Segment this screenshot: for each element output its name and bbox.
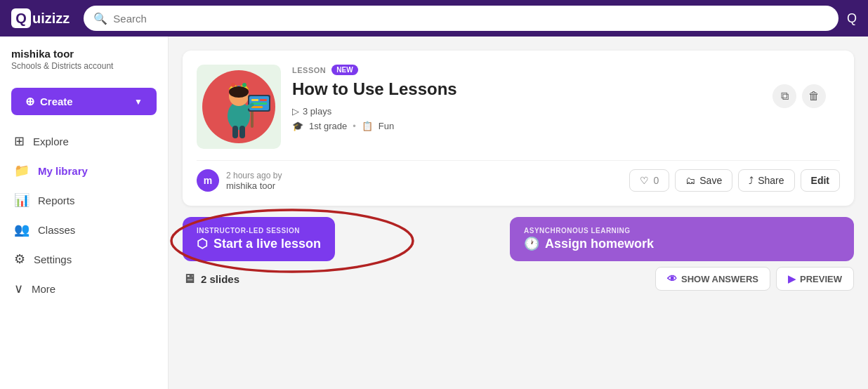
bottom-actions: 👁 SHOW ANSWERS ▶ PREVIEW — [655, 267, 854, 291]
card-actions: ⧉ 🗑 — [772, 84, 826, 108]
author-name: mishika toor — [226, 180, 282, 191]
like-count: 0 — [653, 175, 659, 186]
lesson-info: LESSON NEW How to Use Lessons ▷ 3 plays — [292, 65, 840, 149]
sidebar-item-reports[interactable]: 📊 Reports — [0, 185, 168, 215]
sidebar-item-classes-label: Classes — [38, 224, 75, 236]
svg-point-7 — [229, 86, 249, 98]
sidebar-item-more[interactable]: ∨ More — [0, 274, 168, 303]
slides-count: 2 slides — [201, 273, 239, 285]
lesson-card: LESSON NEW How to Use Lessons ▷ 3 plays — [183, 51, 854, 206]
live-lesson-button[interactable]: INSTRUCTOR-LED SESSION ⬡ Start a live le… — [183, 217, 335, 261]
lesson-footer: m 2 hours ago by mishika toor ♡ 0 🗂 — [197, 160, 840, 192]
sidebar-item-my-library[interactable]: 📁 My library — [0, 156, 168, 185]
share-label: Share — [758, 175, 784, 186]
save-icon: 🗂 — [685, 175, 695, 186]
reports-icon: 📊 — [14, 192, 29, 208]
content-area: LESSON NEW How to Use Lessons ▷ 3 plays — [169, 37, 868, 389]
assign-homework-label: 🕐 Assign homework — [524, 236, 654, 251]
grade-icon: 🎓 — [292, 121, 303, 131]
async-label: ASYNCHRONOUS LEARNING — [524, 227, 631, 235]
chevron-down-icon: ▼ — [134, 97, 143, 107]
lesson-illustration — [200, 68, 277, 145]
new-badge: NEW — [331, 65, 357, 75]
action-buttons: ♡ 0 🗂 Save ⤴ Share Edit — [629, 169, 840, 192]
lesson-grade-fun: 🎓 1st grade • 📋 Fun — [292, 121, 840, 131]
sidebar-item-more-label: More — [32, 283, 55, 295]
share-button[interactable]: ⤴ Share — [738, 169, 794, 192]
author-time: 2 hours ago by — [226, 171, 282, 180]
live-session-wrapper: INSTRUCTOR-LED SESSION ⬡ Start a live le… — [183, 217, 499, 261]
lesson-type-label: LESSON — [292, 66, 326, 74]
sidebar-item-settings-label: Settings — [34, 253, 72, 265]
sidebar-item-my-library-label: My library — [38, 165, 88, 177]
sidebar-item-settings[interactable]: ⚙ Settings — [0, 244, 168, 274]
svg-rect-16 — [232, 126, 238, 138]
fun-label: Fun — [379, 121, 394, 131]
logo-text: uizizz — [32, 11, 70, 27]
lesson-title: How to Use Lessons — [292, 79, 840, 99]
fun-icon: 📋 — [362, 121, 373, 131]
delete-button[interactable]: 🗑 — [802, 84, 826, 108]
create-button[interactable]: ⊕ Create ▼ — [11, 88, 157, 115]
live-session-label: INSTRUCTOR-LED SESSION — [197, 227, 300, 235]
grade-label: 1st grade — [309, 121, 347, 131]
svg-rect-12 — [260, 99, 267, 101]
share-icon: ⤴ — [749, 175, 754, 186]
lesson-meta-top: LESSON NEW — [292, 65, 840, 75]
preview-label: PREVIEW — [800, 274, 842, 284]
settings-icon: ⚙ — [14, 251, 25, 267]
preview-play-icon: ▶ — [788, 273, 796, 284]
chevron-more-icon: ∨ — [14, 281, 23, 296]
lesson-top: LESSON NEW How to Use Lessons ▷ 3 plays — [197, 65, 840, 149]
separator: • — [353, 121, 356, 131]
search-icon: 🔍 — [93, 12, 107, 25]
logo[interactable]: Q uizizz — [11, 8, 70, 28]
plays-stat: ▷ 3 plays — [292, 106, 331, 117]
cta-row: INSTRUCTOR-LED SESSION ⬡ Start a live le… — [183, 217, 854, 261]
preview-button[interactable]: ▶ PREVIEW — [776, 267, 854, 291]
main-layout: mishika toor Schools & Districts account… — [0, 37, 868, 389]
user-name: mishika toor — [11, 48, 157, 60]
top-navigation: Q uizizz 🔍 Q — [0, 0, 868, 37]
user-account: Schools & Districts account — [11, 61, 157, 71]
edit-button[interactable]: Edit — [801, 169, 840, 192]
svg-rect-14 — [251, 106, 263, 108]
sidebar-item-classes[interactable]: 👥 Classes — [0, 215, 168, 244]
save-button[interactable]: 🗂 Save — [675, 169, 732, 192]
nav-right-icon[interactable]: Q — [847, 11, 857, 26]
search-input[interactable] — [113, 13, 829, 25]
slides-info: 🖥 2 slides — [183, 272, 239, 286]
bottom-row: 🖥 2 slides 👁 SHOW ANSWERS ▶ PREVIEW — [183, 267, 854, 291]
explore-icon: ⊞ — [14, 133, 25, 149]
play-icon: ▷ — [292, 106, 299, 117]
show-answers-label: SHOW ANSWERS — [681, 274, 758, 284]
like-button[interactable]: ♡ 0 — [629, 169, 669, 192]
heart-icon: ♡ — [640, 175, 649, 186]
clock-icon: 🕐 — [524, 236, 539, 251]
author-details: 2 hours ago by mishika toor — [226, 171, 282, 191]
logo-q: Q — [11, 8, 31, 28]
user-info: mishika toor Schools & Districts account — [0, 48, 168, 82]
sidebar-item-explore-label: Explore — [33, 136, 69, 147]
assign-homework-button[interactable]: ASYNCHRONOUS LEARNING 🕐 Assign homework — [510, 217, 854, 261]
svg-rect-11 — [251, 99, 258, 101]
save-label: Save — [699, 175, 722, 186]
sidebar-item-reports-label: Reports — [38, 194, 75, 206]
search-bar[interactable]: 🔍 — [84, 6, 839, 31]
svg-point-6 — [242, 83, 246, 87]
eye-icon: 👁 — [667, 273, 677, 284]
svg-rect-17 — [239, 126, 245, 138]
library-icon: 📁 — [14, 163, 29, 178]
create-label: Create — [40, 95, 73, 107]
classes-icon: 👥 — [14, 222, 29, 237]
svg-point-4 — [231, 83, 235, 87]
plays-count: 3 plays — [303, 106, 331, 117]
author-avatar: m — [197, 169, 219, 192]
lesson-thumbnail — [197, 65, 281, 149]
sidebar-item-explore[interactable]: ⊞ Explore — [0, 126, 168, 156]
live-icon: ⬡ — [197, 236, 208, 251]
copy-button[interactable]: ⧉ — [772, 84, 796, 108]
author-info: m 2 hours ago by mishika toor — [197, 169, 282, 192]
show-answers-button[interactable]: 👁 SHOW ANSWERS — [655, 267, 770, 291]
lesson-stats: ▷ 3 plays — [292, 106, 840, 117]
